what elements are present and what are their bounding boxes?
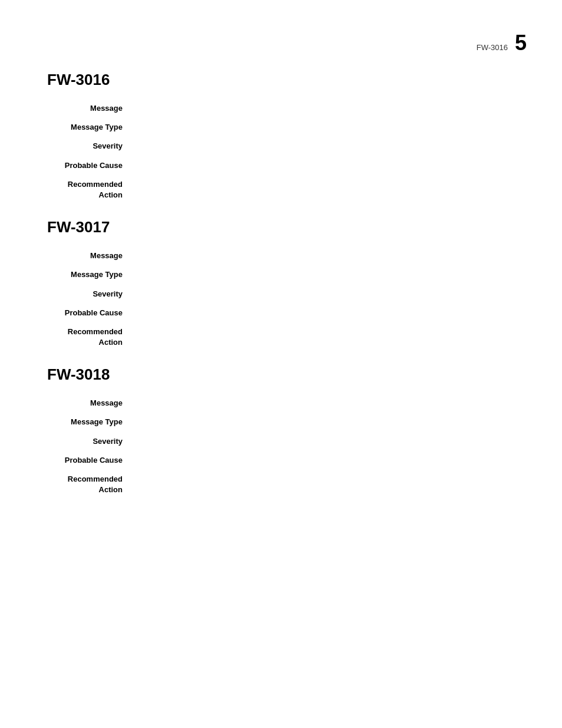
field-row-fw-3018-2: Severity — [47, 436, 515, 447]
field-label-fw-3017-3: Probable Cause — [47, 308, 130, 318]
page-content: FW-3016MessageMessage TypeSeverityProbab… — [0, 0, 562, 495]
header-page-number: 5 — [515, 31, 527, 55]
header-code: FW-3016 — [477, 43, 508, 52]
field-row-fw-3017-2: Severity — [47, 289, 515, 299]
field-row-fw-3017-0: Message — [47, 251, 515, 261]
field-value-fw-3017-0 — [130, 251, 515, 261]
field-row-fw-3017-3: Probable Cause — [47, 308, 515, 318]
field-value-fw-3016-4 — [130, 179, 515, 200]
field-row-fw-3016-2: Severity — [47, 141, 515, 151]
field-value-fw-3017-2 — [130, 289, 515, 299]
field-value-fw-3018-1 — [130, 417, 515, 427]
field-label-fw-3018-3: Probable Cause — [47, 455, 130, 466]
field-value-fw-3017-3 — [130, 308, 515, 318]
field-label-fw-3017-0: Message — [47, 251, 130, 261]
entry-title-fw-3017: FW-3017 — [47, 218, 515, 236]
field-value-fw-3016-3 — [130, 160, 515, 171]
entry-title-fw-3018: FW-3018 — [47, 365, 515, 384]
field-value-fw-3016-2 — [130, 141, 515, 151]
field-value-fw-3018-3 — [130, 455, 515, 466]
field-row-fw-3018-1: Message Type — [47, 417, 515, 427]
entry-fw-3018: FW-3018MessageMessage TypeSeverityProbab… — [47, 365, 515, 495]
field-label-fw-3017-4: RecommendedAction — [47, 327, 130, 348]
field-value-fw-3018-4 — [130, 474, 515, 495]
field-row-fw-3018-0: Message — [47, 398, 515, 409]
field-row-fw-3018-3: Probable Cause — [47, 455, 515, 466]
field-label-fw-3016-3: Probable Cause — [47, 160, 130, 171]
field-row-fw-3016-1: Message Type — [47, 122, 515, 133]
field-value-fw-3017-1 — [130, 269, 515, 280]
field-row-fw-3018-4: RecommendedAction — [47, 474, 515, 495]
field-label-fw-3018-0: Message — [47, 398, 130, 409]
field-row-fw-3017-4: RecommendedAction — [47, 327, 515, 348]
page-header: FW-3016 5 — [477, 31, 527, 55]
field-label-fw-3018-4: RecommendedAction — [47, 474, 130, 495]
field-row-fw-3016-4: RecommendedAction — [47, 179, 515, 200]
entry-title-fw-3016: FW-3016 — [47, 71, 515, 89]
field-label-fw-3018-2: Severity — [47, 436, 130, 447]
field-label-fw-3016-0: Message — [47, 103, 130, 114]
field-value-fw-3016-0 — [130, 103, 515, 114]
field-row-fw-3017-1: Message Type — [47, 269, 515, 280]
field-label-fw-3016-4: RecommendedAction — [47, 179, 130, 200]
field-label-fw-3017-2: Severity — [47, 289, 130, 299]
field-value-fw-3017-4 — [130, 327, 515, 348]
field-value-fw-3018-0 — [130, 398, 515, 409]
field-row-fw-3016-0: Message — [47, 103, 515, 114]
entry-fw-3017: FW-3017MessageMessage TypeSeverityProbab… — [47, 218, 515, 348]
field-label-fw-3016-1: Message Type — [47, 122, 130, 133]
field-row-fw-3016-3: Probable Cause — [47, 160, 515, 171]
field-label-fw-3018-1: Message Type — [47, 417, 130, 427]
field-value-fw-3016-1 — [130, 122, 515, 133]
entry-fw-3016: FW-3016MessageMessage TypeSeverityProbab… — [47, 71, 515, 200]
field-value-fw-3018-2 — [130, 436, 515, 447]
field-label-fw-3016-2: Severity — [47, 141, 130, 151]
field-label-fw-3017-1: Message Type — [47, 269, 130, 280]
